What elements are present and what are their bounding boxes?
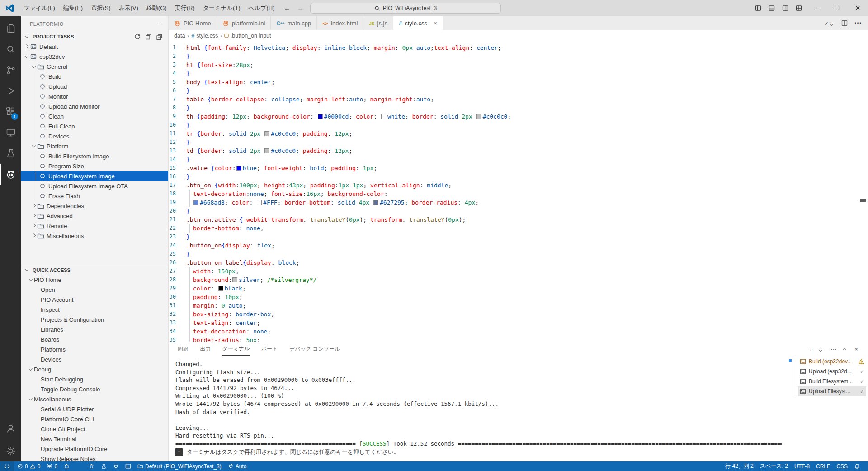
code-line-10[interactable]: 10}	[169, 121, 868, 129]
panel-tab-[interactable]: 出力	[200, 342, 211, 356]
sidebar-item-monitor[interactable]: Monitor	[21, 91, 168, 101]
sidebar-more-icon[interactable]: ···	[156, 21, 162, 27]
sidebar-item-clone-git-project[interactable]: Clone Git Project	[21, 424, 168, 434]
sidebar-item-open[interactable]: Open	[21, 285, 168, 295]
tab-platformio-ini[interactable]: platformio.ini	[217, 16, 271, 30]
panel-tab-[interactable]: 問題	[178, 342, 189, 356]
code-line-9[interactable]: 9th {padding: 12px; background-color: #0…	[169, 112, 868, 121]
layout-grid-icon[interactable]	[792, 0, 806, 16]
code-line-22[interactable]: 22border-bottom: none;	[169, 224, 868, 233]
code-line-18[interactable]: 18text-decoration:none; font-size:16px; …	[169, 190, 868, 198]
sidebar-item-default[interactable]: Default	[21, 42, 168, 52]
code-line-11[interactable]: 11tr {border: solid 2px #c0c0c0; padding…	[169, 129, 868, 138]
layout-sidebar-right-icon[interactable]	[778, 0, 792, 16]
code-line-31[interactable]: 31margin: 0 auto;	[169, 301, 868, 310]
menu-item-s[interactable]: 選択(S)	[87, 0, 114, 16]
sidebar-item-libraries[interactable]: Libraries	[21, 324, 168, 334]
sidebar-item-show-release-notes[interactable]: Show Release Notes	[21, 454, 168, 461]
sidebar-item-upload-and-monitor[interactable]: Upload and Monitor	[21, 101, 168, 111]
sidebar-item-boards[interactable]: Boards	[21, 334, 168, 344]
sidebar-item-platformio-core-cli[interactable]: PlatformIO Core CLI	[21, 414, 168, 424]
sidebar-item-upload-filesystem-image[interactable]: Upload Filesystem Image	[21, 171, 168, 181]
color-swatch[interactable]	[193, 200, 198, 205]
menu-item-f[interactable]: ファイル(F)	[19, 0, 59, 16]
tab-style-css[interactable]: #style.css×	[393, 16, 443, 30]
sidebar-item-start-debugging[interactable]: Start Debugging	[21, 374, 168, 384]
sidebar-item-pio-home[interactable]: PIO Home	[21, 275, 168, 285]
pio-serial-monitor-button[interactable]	[110, 461, 122, 471]
color-swatch[interactable]	[232, 277, 237, 282]
pio-env-switcher[interactable]: Default (PIO_WiFiAsyncTest_3)	[134, 461, 225, 471]
pio-home-button[interactable]	[61, 461, 73, 471]
section-header-project-tasks[interactable]: PROJECT TASKS	[21, 32, 168, 42]
command-center-search[interactable]: PIO_WiFiAsyncTest_3	[310, 3, 501, 14]
code-line-33[interactable]: 33text-align: center;	[169, 319, 868, 327]
close-icon[interactable]: ×	[434, 20, 437, 27]
code-line-3[interactable]: 3h1 {font-size:28px;	[169, 61, 868, 69]
encoding[interactable]: UTF-8	[791, 461, 813, 471]
sidebar-item-debug[interactable]: Debug	[21, 364, 168, 374]
terminal-output[interactable]: Changed.Configuring flash size...Flash w…	[169, 356, 782, 456]
pio-test-button[interactable]	[98, 461, 110, 471]
code-editor[interactable]: 1html {font-family: Helvetica; display: …	[169, 42, 868, 342]
cursor-position[interactable]: 行 42、列 2	[722, 461, 757, 471]
sidebar-item-esp32dev[interactable]: esp32dev	[21, 52, 168, 62]
maximize-panel-icon[interactable]	[843, 346, 848, 352]
sidebar-item-upload[interactable]: Upload	[21, 81, 168, 91]
code-line-12[interactable]: 12}	[169, 138, 868, 147]
split-editor-icon[interactable]	[841, 19, 848, 27]
color-swatch[interactable]	[476, 114, 481, 119]
color-swatch[interactable]	[218, 286, 223, 291]
sidebar-item-pio-account[interactable]: PIO Account	[21, 295, 168, 304]
sidebar-item-clean[interactable]: Clean	[21, 111, 168, 121]
code-line-6[interactable]: 6}	[169, 86, 868, 95]
code-line-2[interactable]: 2}	[169, 52, 868, 61]
maximize-button[interactable]	[826, 0, 847, 16]
activity-test[interactable]	[0, 143, 21, 164]
pio-upload-button[interactable]	[79, 461, 85, 471]
code-line-35[interactable]: 35border-radius: 5px;	[169, 336, 868, 342]
run-tasks-icon[interactable]: ✓	[824, 19, 835, 27]
code-line-20[interactable]: 20}	[169, 207, 868, 215]
activity-run-debug[interactable]	[0, 81, 21, 101]
sidebar-item-devices[interactable]: Devices	[21, 354, 168, 364]
activity-remote-explorer[interactable]	[0, 122, 21, 143]
activity-platformio[interactable]	[0, 164, 21, 185]
activity-settings[interactable]	[0, 441, 21, 461]
code-line-15[interactable]: 15.value {color:blue; font-weight: bold;…	[169, 164, 868, 172]
sidebar-item-inspect[interactable]: Inspect	[21, 304, 168, 314]
remote-indicator[interactable]	[0, 461, 14, 471]
pio-build-button[interactable]	[73, 461, 79, 471]
code-line-34[interactable]: 34text-decoration: none;	[169, 327, 868, 336]
code-line-23[interactable]: 23}	[169, 233, 868, 241]
menu-item-v[interactable]: 表示(V)	[115, 0, 142, 16]
code-line-4[interactable]: 4}	[169, 69, 868, 78]
color-swatch[interactable]	[373, 200, 378, 205]
code-line-13[interactable]: 13td {border: solid 2px #c0c0c0; padding…	[169, 147, 868, 155]
sidebar-item-upgrade-platformio-core[interactable]: Upgrade PlatformIO Core	[21, 444, 168, 454]
code-line-30[interactable]: 30padding: 10px;	[169, 293, 868, 301]
sidebar-item-projects-configuration[interactable]: Projects & Configuration	[21, 314, 168, 324]
color-swatch[interactable]	[257, 200, 262, 205]
code-line-16[interactable]: 16}	[169, 172, 868, 181]
sidebar-item-build-filesystem-image[interactable]: Build Filesystem Image	[21, 151, 168, 161]
menu-item-g[interactable]: 移動(G)	[142, 0, 171, 16]
code-line-14[interactable]: 14}	[169, 155, 868, 164]
eol[interactable]: CRLF	[813, 461, 833, 471]
language-mode[interactable]: CSS	[833, 461, 851, 471]
sidebar-item-erase-flash[interactable]: Erase Flash	[21, 191, 168, 201]
forwarded-ports[interactable]: 0	[43, 461, 61, 471]
panel-tab-[interactable]: ターミナル	[222, 342, 250, 356]
tab-js-js[interactable]: JSjs.js	[363, 16, 393, 30]
code-line-29[interactable]: 29color: black;	[169, 284, 868, 293]
terminal-list-item-upload-esp32d[interactable]: Upload (esp32d...✓	[798, 366, 866, 376]
sidebar-item-advanced[interactable]: Advanced	[21, 211, 168, 221]
sidebar-item-upload-filesystem-image-ota[interactable]: Upload Filesystem Image OTA	[21, 181, 168, 191]
sidebar-item-build[interactable]: Build	[21, 71, 168, 81]
breadcrumb-item-data[interactable]: data	[174, 33, 185, 39]
color-swatch[interactable]	[318, 114, 323, 119]
menu-item-t[interactable]: ターミナル(T)	[199, 0, 245, 16]
menu-item-e[interactable]: 編集(E)	[59, 0, 87, 16]
more-actions-icon[interactable]: ···	[854, 19, 862, 27]
close-button[interactable]	[847, 0, 868, 16]
